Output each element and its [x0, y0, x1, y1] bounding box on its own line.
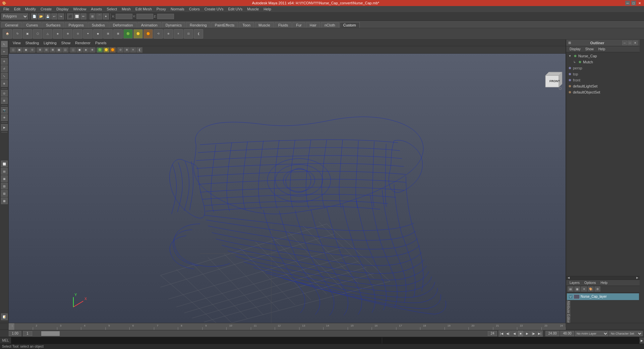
- shelf-icon-10[interactable]: ⊠: [113, 29, 123, 39]
- playback-start-field[interactable]: [545, 331, 560, 336]
- viewport[interactable]: View Shading Lighting Show Renderer Pane…: [9, 40, 566, 323]
- shelf-tab-custom[interactable]: Custom: [340, 22, 360, 28]
- range-start-field[interactable]: [9, 331, 21, 336]
- play-back-btn[interactable]: ◀: [511, 331, 517, 337]
- menu-window[interactable]: Window: [71, 7, 88, 11]
- view-cube[interactable]: FRONT: [542, 70, 562, 91]
- outliner-item-nurse-cap[interactable]: ▼ ⬟ Nurse_Cap: [566, 53, 640, 59]
- menu-create-uvs[interactable]: Create UVs: [202, 7, 226, 11]
- soft-mod-btn[interactable]: ◎: [1, 90, 8, 97]
- shelf-icon-home[interactable]: 🏠: [3, 29, 12, 39]
- vp-menu-renderer[interactable]: Renderer: [73, 41, 93, 45]
- step-fwd-btn[interactable]: |▶: [530, 331, 536, 337]
- close-button[interactable]: ✕: [637, 1, 642, 5]
- z-coord[interactable]: [157, 14, 174, 19]
- shelf-tab-toon[interactable]: Toon: [239, 22, 254, 28]
- layer-disp-btn-3[interactable]: ▦: [1, 175, 8, 182]
- play-fwd-btn[interactable]: ▶: [524, 331, 530, 337]
- shelf-icon-5[interactable]: ⊕: [63, 29, 72, 39]
- character-set-select[interactable]: No Character Set: [609, 331, 643, 336]
- vp-light-1[interactable]: 🟢: [97, 47, 103, 53]
- snap-grid-btn[interactable]: ⊞: [90, 13, 96, 19]
- layers-tab-options[interactable]: Options: [582, 281, 598, 285]
- menu-modify[interactable]: Modify: [23, 7, 38, 11]
- redo-btn[interactable]: ↪: [58, 13, 64, 19]
- shelf-icon-6[interactable]: ⊙: [73, 29, 82, 39]
- undo-btn[interactable]: ↩: [51, 13, 57, 19]
- menu-mesh[interactable]: Mesh: [120, 7, 133, 11]
- shelf-tab-rendering[interactable]: Rendering: [186, 22, 211, 28]
- shelf-tab-painteffects[interactable]: PaintEffects: [211, 22, 238, 28]
- cmd-expand-btn[interactable]: ▶: [639, 337, 644, 344]
- outliner-item-default-object-set[interactable]: ⬟ defaultObjectSet: [566, 89, 640, 95]
- universal-manip-btn[interactable]: ⊕: [1, 80, 8, 87]
- menu-muscle[interactable]: Muscle: [245, 7, 261, 11]
- playback-end-field[interactable]: [560, 331, 574, 336]
- select-btn[interactable]: ⬛: [67, 13, 73, 19]
- menu-select[interactable]: Select: [105, 7, 119, 11]
- goto-start-btn[interactable]: |◀: [499, 331, 505, 337]
- vp-icon-1[interactable]: ◻: [10, 47, 16, 53]
- goto-end-btn[interactable]: ▶|: [537, 331, 543, 337]
- vp-menu-shading[interactable]: Shading: [23, 41, 41, 45]
- shelf-tab-polygons[interactable]: Polygons: [65, 22, 87, 28]
- step-back-btn[interactable]: ◀|: [505, 331, 511, 337]
- shelf-icon-18[interactable]: ❮: [194, 29, 203, 39]
- maximize-button[interactable]: □: [631, 1, 636, 5]
- shelf-tab-fluids[interactable]: Fluids: [275, 22, 292, 28]
- ol-menu-help[interactable]: Help: [596, 47, 607, 51]
- vp-icon-12[interactable]: ◈: [83, 47, 89, 53]
- vp-icon-17[interactable]: ❮: [136, 47, 142, 53]
- snap-curve-btn[interactable]: ⌒: [96, 13, 102, 19]
- outliner-scroll-left[interactable]: ◀: [566, 276, 571, 280]
- vp-icon-15[interactable]: ⊗: [124, 47, 130, 53]
- menu-colors[interactable]: Colors: [187, 7, 202, 11]
- shelf-icon-16[interactable]: ≡: [174, 29, 183, 39]
- outliner-minimize-btn[interactable]: ─: [622, 41, 627, 45]
- shelf-tab-animation[interactable]: Animation: [137, 22, 161, 28]
- layer-delete-btn[interactable]: ✕: [581, 286, 587, 292]
- shelf-tab-curves[interactable]: Curves: [22, 22, 42, 28]
- shelf-icon-14[interactable]: ⟲: [154, 29, 163, 39]
- camera-tool-btn[interactable]: 📷: [1, 107, 8, 114]
- outliner-close-btn[interactable]: ✕: [633, 41, 638, 45]
- paint-select-btn[interactable]: ✏: [1, 48, 8, 55]
- ol-menu-show[interactable]: Show: [583, 47, 596, 51]
- vp-menu-panels[interactable]: Panels: [93, 41, 109, 45]
- layer-create-empty-btn[interactable]: ▦: [574, 286, 580, 292]
- range-end-field[interactable]: [488, 331, 497, 336]
- shelf-tab-deformation[interactable]: Deformation: [109, 22, 137, 28]
- shelf-tab-muscle[interactable]: Muscle: [255, 22, 274, 28]
- layer-vis-btn[interactable]: V: [568, 294, 573, 299]
- vp-icon-7[interactable]: ⊠: [50, 47, 56, 53]
- menu-edit[interactable]: Edit: [12, 7, 22, 11]
- time-range-bar[interactable]: [32, 331, 488, 337]
- menu-proxy[interactable]: Proxy: [155, 7, 168, 11]
- menu-file[interactable]: File: [1, 7, 11, 11]
- scale-tool-btn[interactable]: ⤡: [1, 73, 8, 79]
- vp-icon-9[interactable]: ◫: [62, 47, 68, 53]
- shelf-icon-15[interactable]: ⊗: [164, 29, 173, 39]
- menu-edit-uvs[interactable]: Edit UVs: [226, 7, 245, 11]
- shelf-icon-9[interactable]: ⊞: [103, 29, 113, 39]
- vp-icon-6[interactable]: ⊟: [43, 47, 49, 53]
- layer-disp-btn-4[interactable]: ▧: [1, 183, 8, 189]
- shelf-icon-refresh[interactable]: ↻: [13, 29, 22, 39]
- shelf-icon-7[interactable]: ✦: [83, 29, 93, 39]
- outliner-scroll-right[interactable]: ▶: [635, 276, 640, 280]
- vp-light-2[interactable]: 🟡: [103, 47, 109, 53]
- menu-help[interactable]: Help: [261, 7, 273, 11]
- layer-disp-btn-2[interactable]: ▤: [1, 168, 8, 175]
- anim-layer-select[interactable]: No Anim Layer: [575, 331, 608, 336]
- current-frame-field[interactable]: [23, 331, 32, 336]
- shelf-tab-dynamics[interactable]: Dynamics: [162, 22, 185, 28]
- menu-assets[interactable]: Assets: [89, 7, 104, 11]
- outliner-item-top[interactable]: ⬟ top: [566, 71, 640, 77]
- shelf-icon-13[interactable]: 🟠: [143, 29, 153, 39]
- vp-menu-view[interactable]: View: [11, 41, 23, 45]
- shelf-icon-11[interactable]: 🟢: [123, 29, 133, 39]
- vp-icon-10[interactable]: ◻: [70, 47, 76, 53]
- paint-btn[interactable]: ✏: [80, 13, 86, 19]
- vp-icon-11[interactable]: ◼: [76, 47, 82, 53]
- lasso-btn[interactable]: ⬜: [74, 13, 80, 19]
